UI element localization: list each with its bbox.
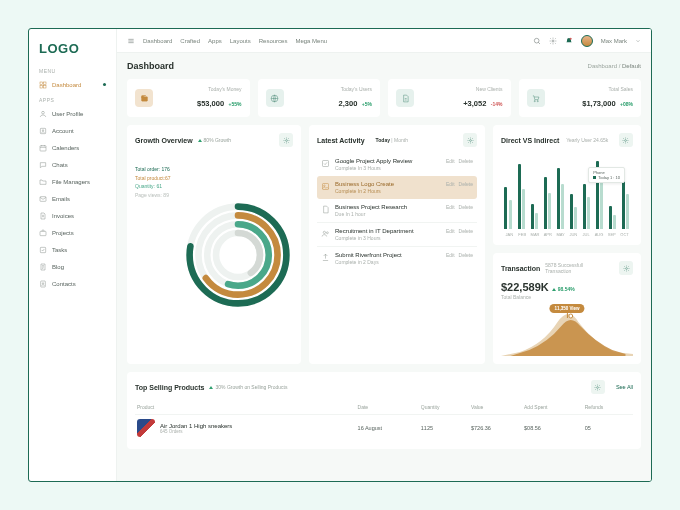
sidebar: LOGO MENU Dashboard APPS User Profile Ac… [29,29,117,481]
stats-row: Today's Money$53,000 +55% Today's Users2… [127,79,641,117]
gear-button[interactable] [591,380,605,394]
table-row[interactable]: Air Jordan 1 High sneakers645 Orders 16 … [135,415,633,442]
nav-apps[interactable]: Apps [208,38,222,44]
stat-clients[interactable]: New Clients+3,052 -14% [388,79,511,117]
dvi-yearly: Yearly User 24.65k [566,137,608,143]
sidebar-item-invoices[interactable]: Invoices [29,207,116,224]
activity-item[interactable]: Recruitment in IT DepartmentComplete in … [317,222,477,246]
avatar[interactable] [581,35,593,47]
svg-point-14 [552,40,554,42]
stat-money[interactable]: Today's Money$53,000 +55% [127,79,250,117]
svg-rect-1 [44,82,46,84]
nav-layouts[interactable]: Layouts [230,38,251,44]
sidebar-item-tasks[interactable]: Tasks [29,241,116,258]
chevron-down-icon[interactable] [635,38,641,44]
product-image [137,419,155,437]
svg-point-18 [534,100,535,101]
see-all-link[interactable]: See All [616,384,633,390]
gear-icon [622,137,629,144]
sidebar-item-calendars[interactable]: Calenders [29,139,116,156]
svg-point-37 [569,314,573,318]
gear-button[interactable] [619,261,633,275]
bell-icon[interactable] [565,37,573,45]
svg-rect-30 [323,161,329,167]
calendar-icon [39,144,47,152]
blog-icon [39,263,47,271]
users-icon [321,229,330,238]
settings-icon[interactable] [549,37,557,45]
gear-button[interactable] [619,133,633,147]
nav-dashboard[interactable]: Dashboard [143,38,172,44]
tsp-badge: 30% Growth on Selling Products [209,384,287,390]
user-name[interactable]: Max Mark [601,38,627,44]
active-dot [103,83,106,86]
sidebar-item-emails[interactable]: Emails [29,190,116,207]
menu-icon[interactable] [127,37,135,45]
svg-rect-2 [40,85,42,87]
activity-item[interactable]: Google Project Apply ReviewComplete In 3… [317,153,477,176]
image-icon [321,182,330,191]
products-table: ProductDateQuantityValueAdd SpentRefunds… [135,400,633,441]
nav-resources[interactable]: Resources [259,38,288,44]
svg-point-34 [326,232,328,234]
folder-icon [39,178,47,186]
dvi-card: Direct VS IndirectYearly User 24.65k Pho… [493,125,641,245]
svg-point-20 [285,139,287,141]
check-square-icon [321,159,330,168]
svg-rect-3 [44,85,46,87]
stat-users[interactable]: Today's Users2,300 +5% [258,79,381,117]
chart-pill: 11,350 View [549,304,584,313]
sidebar-item-blog[interactable]: Blog [29,258,116,275]
svg-rect-31 [323,184,329,190]
svg-point-32 [324,185,326,187]
svg-point-38 [597,386,599,388]
nav-mega[interactable]: Mega Menu [295,38,327,44]
svg-rect-0 [40,82,42,84]
search-icon[interactable] [533,37,541,45]
activity-tabs: Today | Month [376,137,408,143]
gear-button[interactable] [463,133,477,147]
sidebar-header-menu: MENU [29,64,116,76]
sidebar-item-chats[interactable]: Chats [29,156,116,173]
svg-point-35 [625,139,627,141]
mail-icon [39,195,47,203]
sidebar-header-apps: APPS [29,93,116,105]
activity-item[interactable]: Submit Riverfront ProjectComplete in 2 D… [317,246,477,270]
invoice-icon [39,212,47,220]
svg-point-12 [42,282,43,283]
briefcase-icon [39,229,47,237]
sidebar-item-files[interactable]: File Managers [29,173,116,190]
sidebar-item-dashboard[interactable]: Dashboard [29,76,116,93]
wallet-icon [140,94,149,103]
gear-icon [623,265,630,272]
brand-logo[interactable]: LOGO [29,37,116,64]
sidebar-item-projects[interactable]: Projects [29,224,116,241]
activity-item[interactable]: Business Logo CreateComplete In 2 HoursE… [317,176,477,199]
donut-chart: Total order: 176 Total product:67 Quanti… [135,153,293,356]
page-body: Dashboard Dashboard / Default Today's Mo… [117,53,651,457]
top-nav: Dashboard Crafted Apps Layouts Resources… [143,38,327,44]
sidebar-item-profile[interactable]: User Profile [29,105,116,122]
growth-title: Growth Overview [135,137,193,144]
svg-point-15 [569,37,571,39]
gear-button[interactable] [279,133,293,147]
title-bar: Dashboard Dashboard / Default [127,61,641,71]
sidebar-item-contacts[interactable]: Contacts [29,275,116,292]
chart-tooltip: PhoneToday 1 : 10 [588,167,625,183]
svg-point-36 [625,267,627,269]
account-icon [39,127,47,135]
activity-card: Latest ActivityToday | Month Google Proj… [309,125,485,364]
stat-sales[interactable]: Total Sales$1,73,000 +08% [519,79,642,117]
tasks-icon [39,246,47,254]
sidebar-item-account[interactable]: Account [29,122,116,139]
nav-crafted[interactable]: Crafted [180,38,200,44]
cart-icon [531,94,540,103]
svg-rect-8 [40,196,46,201]
svg-rect-10 [40,247,45,252]
svg-rect-9 [40,231,46,235]
gear-icon [467,137,474,144]
area-chart: 11,350 View [501,304,633,356]
topbar: Dashboard Crafted Apps Layouts Resources… [117,29,651,53]
svg-point-13 [534,38,539,43]
activity-item[interactable]: Business Project ResearchDue In 1 hourEd… [317,199,477,222]
